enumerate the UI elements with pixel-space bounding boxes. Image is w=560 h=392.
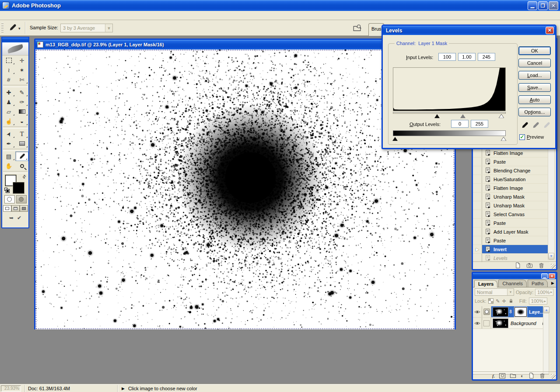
history-state-row[interactable]: Blending Change [473, 166, 549, 175]
tool-move[interactable]: ✛ [15, 56, 28, 65]
input-white-slider[interactable] [499, 114, 504, 118]
tool-pen[interactable]: ✒ [2, 139, 15, 148]
quick-mask-mode-button[interactable] [16, 195, 27, 203]
levels-dialog-titlebar[interactable]: Levels ✕ [383, 26, 555, 35]
history-state-row[interactable]: Flatten Image [473, 184, 549, 192]
ok-button[interactable]: OK [518, 46, 551, 55]
menu-item[interactable] [18, 14, 25, 17]
tool-brush[interactable]: ✎ [15, 88, 28, 97]
layer-style-icon[interactable]: f. [492, 373, 495, 378]
history-scrollbar[interactable]: ▼ [548, 149, 555, 260]
menu-item[interactable] [57, 14, 65, 17]
layer-thumbnail[interactable] [493, 318, 508, 328]
history-state-row[interactable]: Select Canvas [473, 210, 549, 219]
output-white-field[interactable] [471, 120, 488, 128]
history-state-row[interactable]: Unsharp Mask [473, 201, 549, 210]
tool-path-select[interactable]: ➤ [2, 129, 15, 139]
menu-item[interactable] [33, 14, 41, 17]
new-document-from-state-icon[interactable] [514, 262, 521, 269]
mask-link-icon[interactable]: 8 [509, 309, 512, 314]
lock-all-icon[interactable] [508, 298, 514, 304]
lock-transparency-icon[interactable] [488, 298, 494, 304]
new-layer-set-folder-icon[interactable] [510, 372, 516, 379]
add-layer-mask-icon[interactable] [499, 373, 505, 378]
history-source-column[interactable] [473, 175, 482, 183]
input-gamma-field[interactable] [458, 53, 476, 61]
tab-layers[interactable]: Layers [474, 280, 497, 287]
output-white-slider[interactable] [501, 137, 506, 141]
history-state-row[interactable]: Paste [473, 236, 549, 245]
options-grip[interactable] [1, 23, 4, 33]
lock-position-icon[interactable]: ✛ [502, 298, 506, 304]
history-source-column[interactable] [473, 166, 482, 175]
fullscreen-menubar-button[interactable] [11, 205, 20, 212]
new-adjustment-layer-icon[interactable]: ◐ [521, 373, 524, 378]
jump-to-imageready-icon[interactable]: ➥ [9, 215, 14, 221]
dialog-close-icon[interactable]: ✕ [546, 27, 554, 34]
cancel-button[interactable]: Cancel [518, 59, 551, 67]
tool-hand[interactable]: ✋ [2, 161, 15, 171]
tool-smudge[interactable]: ☝ [2, 116, 15, 126]
input-black-field[interactable] [438, 53, 456, 61]
menu-item[interactable] [2, 14, 10, 17]
menu-item[interactable] [49, 14, 57, 17]
history-source-column[interactable] [473, 228, 482, 236]
fullscreen-button[interactable] [20, 205, 28, 212]
tool-preset-arrow-icon[interactable]: ▾ [18, 26, 21, 31]
history-source-column[interactable]: ▶ [473, 245, 482, 253]
imageready-check-icon[interactable]: ✔ [17, 215, 21, 221]
tool-clone-stamp[interactable]: ♟ [2, 97, 15, 107]
default-colors-icon[interactable] [4, 188, 10, 192]
layer-mask-thumbnail[interactable] [514, 307, 527, 317]
history-state-row[interactable]: ▶ Invert [473, 245, 549, 254]
history-source-column[interactable] [473, 201, 482, 210]
tab-channels[interactable]: Channels [498, 280, 526, 287]
history-source-column[interactable] [473, 236, 482, 245]
tool-notes[interactable]: ▤ [2, 151, 15, 161]
history-source-column[interactable] [473, 184, 482, 192]
palette-menu-arrow-icon[interactable]: ▶ [551, 281, 554, 285]
history-state-row[interactable]: Paste [473, 219, 549, 228]
menu-item[interactable] [10, 14, 18, 17]
tool-lasso[interactable]: ≀ [2, 65, 15, 75]
tool-zoom[interactable] [15, 161, 28, 171]
menu-item[interactable] [65, 14, 73, 17]
resize-grip[interactable] [551, 264, 556, 269]
lock-paint-icon[interactable]: ✎ [496, 298, 500, 304]
visibility-eye-icon[interactable] [474, 309, 480, 315]
history-source-column[interactable] [473, 149, 482, 157]
load-button[interactable]: Load... [518, 71, 551, 80]
tab-paths[interactable]: Paths [528, 280, 548, 287]
tool-marquee[interactable] [2, 56, 15, 65]
delete-layer-trash-icon[interactable] [539, 372, 546, 379]
toolbox-titlebar[interactable] [2, 38, 28, 42]
tool-gradient[interactable] [15, 107, 28, 116]
resize-grip[interactable] [551, 374, 556, 379]
tool-magic-wand[interactable]: ✶ [15, 65, 28, 75]
input-white-field[interactable] [478, 53, 495, 61]
standard-screen-button[interactable] [3, 205, 11, 212]
visibility-eye-icon[interactable] [474, 320, 480, 326]
layers-palette-titlebar[interactable]: ▁ ✕ [473, 273, 556, 279]
preview-checkbox[interactable]: ✓ [519, 134, 525, 140]
menu-item[interactable] [41, 14, 49, 17]
options-button[interactable]: Options... [518, 108, 551, 116]
set-gray-point-eyedropper-icon[interactable] [532, 122, 539, 129]
standard-mode-button[interactable] [4, 195, 15, 203]
tool-type[interactable]: T [15, 129, 28, 139]
history-state-row[interactable]: Hue/Saturation [473, 175, 549, 184]
menu-item[interactable] [25, 14, 33, 17]
history-source-column[interactable] [473, 210, 482, 218]
tool-history-brush[interactable]: ✑ [15, 97, 28, 107]
status-arrow-icon[interactable]: ▶ [122, 386, 125, 391]
layer-thumbnail[interactable] [493, 307, 508, 317]
swap-colors-icon[interactable]: ⇄ [21, 174, 27, 180]
input-gray-slider[interactable] [460, 114, 466, 118]
layer-row-background[interactable]: Background [473, 318, 549, 329]
layer-name[interactable]: Background [511, 321, 536, 326]
history-source-column[interactable] [473, 219, 482, 227]
history-state-row[interactable]: Paste [473, 158, 549, 166]
history-state-row[interactable]: Flatten Image [473, 149, 549, 158]
background-color-swatch[interactable] [13, 182, 24, 193]
history-source-column[interactable] [473, 158, 482, 166]
